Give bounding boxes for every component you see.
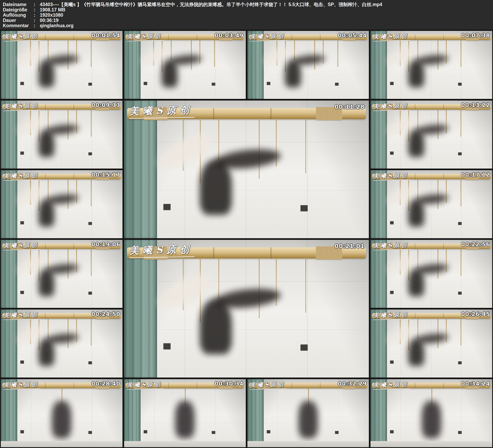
hanging-rope bbox=[417, 249, 418, 269]
hanging-rope bbox=[417, 110, 418, 130]
creator-watermark: 美曦S原创 bbox=[3, 241, 40, 250]
thumbnail-scene bbox=[1, 310, 123, 378]
filename-value: 43403----【美曦s 】《竹竿驷马吊缚空中榨汁》驷马紧缚吊在空中，无法挣脱… bbox=[40, 2, 490, 7]
wall-outlet bbox=[88, 431, 92, 434]
creator-watermark: 美曦S原创 bbox=[3, 102, 40, 111]
creator-watermark: 美曦S原创 bbox=[373, 311, 410, 320]
thumbnail-scene bbox=[1, 101, 123, 168]
wall-outlet bbox=[458, 222, 462, 225]
duration-value: 00:36:19 bbox=[40, 18, 490, 23]
hanging-rope bbox=[68, 179, 68, 209]
wall-outlet bbox=[20, 291, 24, 294]
thumbnail-scene bbox=[370, 379, 492, 447]
video-thumbnail: 美曦S原创 00:03:49 bbox=[124, 31, 246, 99]
wall-outlet bbox=[144, 82, 147, 85]
floor bbox=[247, 441, 369, 447]
thumbnail-grid: 美曦S原创 00:01:54 美曦S原创 00:03:49 bbox=[0, 30, 493, 448]
blurred-figure-shape bbox=[422, 401, 441, 438]
timestamp-overlay: 00:09:33 bbox=[91, 102, 120, 108]
video-thumbnail: 美曦S原创 00:24:50 bbox=[1, 310, 123, 378]
hanging-rope bbox=[48, 318, 49, 339]
tiled-wall-background bbox=[370, 310, 492, 378]
tiled-wall-background bbox=[124, 240, 369, 378]
video-thumbnail: 美曦S原创 00:30:34 bbox=[124, 379, 246, 447]
wall-outlet bbox=[212, 431, 215, 434]
timestamp-overlay: 00:15:17 bbox=[91, 172, 120, 178]
hanging-rope bbox=[91, 318, 92, 346]
comment-value: qinglanhua.org bbox=[40, 23, 490, 28]
teal-curtain bbox=[124, 240, 157, 378]
timestamp-overlay: 00:26:45 bbox=[461, 311, 490, 317]
hanging-rope bbox=[460, 179, 461, 206]
blurred-figure-shape bbox=[39, 130, 55, 157]
blurred-figure-shape bbox=[408, 269, 424, 296]
timestamp-overlay: 00:24:50 bbox=[91, 311, 120, 317]
tiled-wall-background bbox=[247, 31, 369, 99]
file-info-row-duration: Dauer : 00:36:19 bbox=[3, 18, 490, 23]
hanging-rope bbox=[294, 40, 295, 60]
creator-watermark: 美曦S原创 bbox=[3, 32, 40, 41]
comment-label: Kommentar bbox=[3, 23, 34, 28]
wall-outlet bbox=[20, 152, 24, 155]
video-thumbnail: 美曦S原创 00:17:12 bbox=[370, 170, 492, 238]
timestamp-overlay: 00:05:44 bbox=[338, 32, 367, 39]
wall-outlet bbox=[390, 152, 394, 155]
wall-outlet bbox=[458, 83, 462, 86]
hanging-rope bbox=[460, 110, 461, 137]
wall-outlet bbox=[335, 83, 339, 86]
wall-outlet bbox=[20, 360, 24, 364]
timestamp-overlay: 00:13:22 bbox=[461, 102, 490, 108]
hanging-rope bbox=[417, 318, 418, 339]
tiled-wall-background bbox=[124, 31, 246, 99]
creator-watermark: 美曦S原创 bbox=[373, 102, 410, 111]
hanging-rope bbox=[68, 318, 68, 348]
thumbnail-scene bbox=[370, 170, 492, 238]
hanging-rope bbox=[437, 40, 438, 70]
hanging-rope bbox=[460, 249, 461, 276]
tiled-wall-background bbox=[124, 101, 369, 238]
hanging-rope bbox=[91, 110, 92, 137]
timestamp-overlay: 00:17:12 bbox=[461, 172, 490, 178]
hanging-rope bbox=[337, 40, 338, 67]
wall-outlet bbox=[335, 431, 339, 434]
video-thumbnail: 美曦S原创 00:09:33 bbox=[1, 101, 123, 168]
tiled-wall-background bbox=[1, 240, 123, 308]
hanging-rope bbox=[437, 318, 438, 348]
wall-outlet bbox=[390, 360, 394, 364]
wall-outlet bbox=[88, 83, 92, 86]
creator-watermark: 美曦S原创 bbox=[126, 381, 164, 390]
thumbnail-scene bbox=[1, 170, 123, 238]
wall-outlet bbox=[390, 430, 394, 433]
blurred-figure-shape bbox=[39, 60, 55, 87]
tiled-wall-background bbox=[1, 31, 123, 99]
blurred-figure-shape bbox=[408, 339, 424, 366]
timestamp-overlay: 00:07:38 bbox=[461, 32, 490, 39]
thumbnail-scene bbox=[124, 379, 246, 447]
hanging-rope bbox=[171, 40, 172, 60]
hanging-rope bbox=[48, 249, 49, 269]
creator-watermark: 美曦S原创 bbox=[373, 381, 410, 390]
creator-watermark: 美曦S原创 bbox=[373, 172, 410, 180]
wall-outlet bbox=[212, 83, 215, 86]
tiled-wall-background bbox=[370, 240, 492, 308]
wall-outlet bbox=[267, 82, 270, 85]
file-info-row-filesize: Dateigröße : 1908.17 MB bbox=[3, 7, 490, 12]
creator-watermark: 美曦S原创 bbox=[373, 241, 410, 250]
hanging-rope bbox=[314, 40, 315, 70]
video-thumbnail: 美曦S原创 00:19:06 bbox=[1, 240, 123, 308]
hanging-rope bbox=[68, 110, 68, 139]
separator: : bbox=[34, 2, 40, 7]
creator-watermark: 美曦S原创 bbox=[250, 381, 287, 390]
blurred-figure-shape bbox=[285, 60, 301, 87]
resolution-value: 1920x1080 bbox=[40, 12, 490, 18]
separator: : bbox=[34, 18, 40, 23]
creator-watermark: 美曦S原创 bbox=[3, 381, 40, 390]
blurred-figure-shape bbox=[39, 339, 55, 366]
timestamp-overlay: 00:22:56 bbox=[461, 241, 490, 247]
video-thumbnail: 美曦S原创 00:32:29 bbox=[247, 379, 369, 447]
blurred-figure-shape bbox=[298, 401, 318, 438]
hanging-rope bbox=[417, 179, 418, 200]
timestamp-overlay: 00:19:06 bbox=[91, 241, 120, 247]
thumbnail-scene bbox=[370, 240, 492, 308]
timestamp-overlay: 00:11:28 bbox=[335, 104, 364, 110]
